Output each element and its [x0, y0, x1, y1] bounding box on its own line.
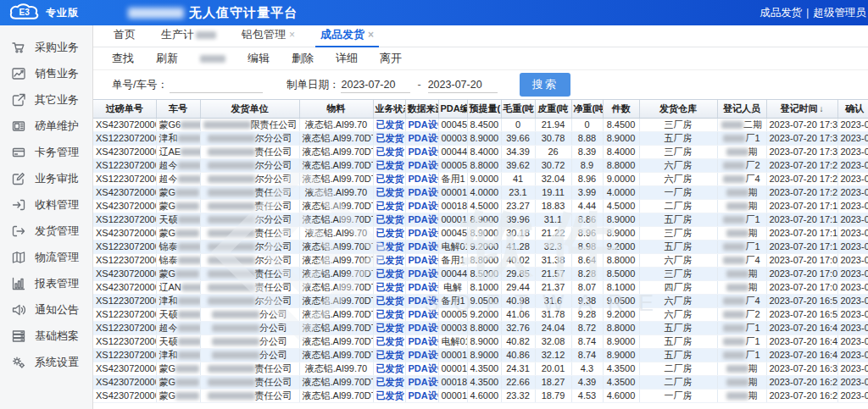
sidebar-item-0[interactable]: 采购业务	[0, 34, 92, 60]
sidebar-item-label: 报表管理	[35, 276, 79, 291]
column-header-11[interactable]: 件数	[603, 100, 639, 118]
column-header-2[interactable]: 发货单位	[200, 100, 299, 118]
sidebar-item-11[interactable]: 基础档案	[0, 323, 92, 349]
search-button[interactable]: 搜索	[520, 73, 570, 97]
table-row[interactable]: XS4230720000117蒙G责任公司液态铝.Al99.70DT已发货PDA…	[93, 375, 868, 389]
gross-cell: 23.27	[501, 199, 535, 213]
date-from-input[interactable]	[341, 76, 410, 93]
table-row[interactable]: XS12230720000080天硕尔分公司液态铝.Al99.70DT已发货PD…	[93, 213, 868, 226]
table-row[interactable]: XS4230720000113蒙G责任公司液态铝.Al99.70DT已发货PDA…	[93, 267, 868, 280]
toolbar-button-3[interactable]: 编辑	[248, 51, 270, 66]
warehouse-cell: 六厂房	[639, 158, 717, 172]
edition-label: 专业版	[46, 6, 79, 20]
pre-qty-cell: 8.8000	[467, 321, 501, 334]
sidebar-item-4[interactable]: 卡务管理	[0, 139, 92, 165]
bill-no-cell: XS4230720000109	[93, 226, 156, 240]
sidebar-item-5[interactable]: 业务审批	[0, 165, 92, 191]
redacted-text	[208, 162, 255, 169]
tab-1[interactable]: 生产计	[156, 24, 221, 47]
redacted-text	[178, 175, 201, 183]
warehouse-cell: 五厂房	[639, 321, 717, 334]
column-header-10[interactable]: 净重(吨	[571, 100, 603, 118]
user-separator: |	[806, 7, 809, 19]
sidebar-item-6[interactable]: 收料管理	[0, 191, 92, 218]
tab-0[interactable]: 首页	[108, 24, 141, 47]
column-header-12[interactable]: 发货仓库	[639, 100, 717, 118]
toolbar-button-6[interactable]: 离开	[380, 51, 402, 66]
toolbar-button-4[interactable]: 删除	[292, 51, 314, 66]
column-header-9[interactable]: 皮重(吨	[535, 100, 571, 118]
column-header-8[interactable]: 毛重(吨	[501, 100, 535, 118]
material-cell: 液态铝.Al99.70DT	[299, 240, 373, 253]
sidebar-item-3[interactable]: 磅单维护	[0, 113, 92, 139]
sidebar-item-8[interactable]: 物流管理	[0, 244, 92, 270]
toolbar-button-5[interactable]: 详细	[336, 51, 358, 66]
table-row[interactable]: XS12230720000086锦泰尔分公司液态铝.Al99.70DT已发货PD…	[93, 240, 868, 253]
report-chart-icon	[11, 276, 25, 290]
sidebar-item-10[interactable]: 通知公告	[0, 296, 92, 323]
table-row[interactable]: XS4230720000124蒙G责任公司液态铝.Al99.70已发货PDA设备…	[93, 185, 868, 199]
toolbar-button-1[interactable]: 刷新	[156, 51, 178, 66]
column-header-0[interactable]: 过磅单号	[93, 100, 156, 118]
tab-2[interactable]: 铝包管理×	[236, 24, 300, 47]
table-row[interactable]: XS4230720000115蒙G责任公司液态铝.Al99.70已发货PDA设备…	[93, 362, 868, 375]
column-header-4[interactable]: 业务状态	[373, 100, 405, 118]
vehicle-cell: 津和	[156, 294, 200, 307]
table-row[interactable]: XS12230720000089超今尔分公司液态铝.Al99.70DT已发货PD…	[93, 158, 868, 172]
table-row[interactable]: XS12230720000088津和尔分公司液态铝.Al99.70DT已发货PD…	[93, 131, 868, 145]
redacted-text	[196, 31, 216, 39]
sidebar-item-2[interactable]: 其它业务	[0, 86, 92, 113]
column-header-14[interactable]: 登记时间↓	[766, 100, 837, 118]
redacted-text	[203, 121, 251, 129]
toolbar-button-redacted[interactable]	[200, 55, 225, 63]
status-badge: 已发货	[376, 119, 404, 130]
column-header-1[interactable]: 车号	[156, 100, 200, 118]
column-header-6[interactable]: PDA编号	[438, 100, 467, 118]
bill-no-input[interactable]	[170, 76, 263, 93]
table-row[interactable]: XS4230720000120蒙G6限责任公司液态铝.Al99.70已发货PDA…	[93, 118, 868, 131]
table-row[interactable]: XS12230720000079天硕分公司液态铝.Al99.70DT已发货PDA…	[93, 334, 868, 348]
column-header-13[interactable]: 登记人员	[717, 100, 766, 118]
confirm-cell: 2023-07	[837, 213, 868, 226]
pre-qty-cell: 8.8000	[467, 253, 501, 267]
sidebar-item-9[interactable]: 报表管理	[0, 270, 92, 296]
column-header-7[interactable]: 预提量(	[467, 100, 501, 118]
table-row[interactable]: XS12230720000082锦泰尔分公司液态铝.Al99.70DT已发货PD…	[93, 253, 868, 267]
pda-cell: 00003	[438, 321, 467, 334]
vehicle-cell: 天硕	[156, 213, 200, 226]
sidebar-item-1[interactable]: 销售业务	[0, 60, 92, 86]
column-header-3[interactable]: 物料	[299, 100, 373, 118]
table-row[interactable]: XS12230720000090超今尔分公司液态铝.Al99.70DT已发货PD…	[93, 172, 868, 185]
warehouse-cell: 五厂房	[639, 240, 717, 253]
vehicle-cell: 蒙G	[156, 362, 200, 375]
table-row[interactable]: XS12230720000087津和尔分公司液态铝.Al99.70DT已发货PD…	[93, 294, 868, 307]
table-row[interactable]: XS12230720000085超今分公司液态铝.Al99.70DT已发货PDA…	[93, 321, 868, 334]
warehouse-cell: 六厂房	[639, 172, 717, 185]
close-icon[interactable]: ×	[368, 29, 374, 41]
column-header-5[interactable]: 数据来源	[405, 100, 438, 118]
user-menu[interactable]: 成品发货|超级管理员	[760, 6, 866, 20]
source-cell: PDA设备	[405, 321, 438, 334]
pieces-cell: 9.0000	[603, 172, 639, 185]
close-icon[interactable]: ×	[289, 29, 295, 41]
table-row[interactable]: XS4230720000119辽AN责任公司液态铝.Al99.70DT已发货PD…	[93, 280, 868, 294]
table-row[interactable]: XS12230720000083天硕分公司液态铝.Al99.70DT已发货PDA…	[93, 307, 868, 321]
table-row[interactable]: XS4230720000109蒙G责任公司液态铝.Al99.70已发货PDA设备…	[93, 226, 868, 240]
sidebar-item-7[interactable]: 发货管理	[0, 218, 92, 244]
date-to-input[interactable]	[428, 76, 498, 93]
table-row[interactable]: XS4230720000116辽AE责任公司液态铝.Al99.70DT已发货PD…	[93, 145, 868, 158]
vehicle-cell: 蒙G6	[156, 118, 200, 131]
column-header-15[interactable]: 确认	[837, 100, 868, 118]
status-badge: 已发货	[376, 336, 404, 346]
tab-3[interactable]: 成品发货×	[315, 24, 379, 47]
table-row[interactable]: XS12230720000084津和分公司液态铝.Al99.70DT已发货PDA…	[93, 348, 868, 362]
sidebar-item-12[interactable]: 系统设置	[0, 349, 92, 375]
table-row[interactable]: XS4230720000123蒙G责任公司液态铝.Al99.70DT已发货PDA…	[93, 199, 868, 213]
table-row[interactable]: XS4230720000111蒙G责任公司液态铝.Al99.70DT已发货PDA…	[93, 389, 868, 402]
toolbar-button-0[interactable]: 查找	[112, 51, 134, 66]
material-cell: 液态铝.Al99.70DT	[299, 280, 373, 294]
svg-text:E3: E3	[19, 8, 31, 17]
gross-cell: 23.1	[501, 185, 535, 199]
pre-qty-cell: 8.5000	[467, 267, 501, 280]
reg-time-cell: 2023-07-20 17:05	[766, 267, 837, 280]
